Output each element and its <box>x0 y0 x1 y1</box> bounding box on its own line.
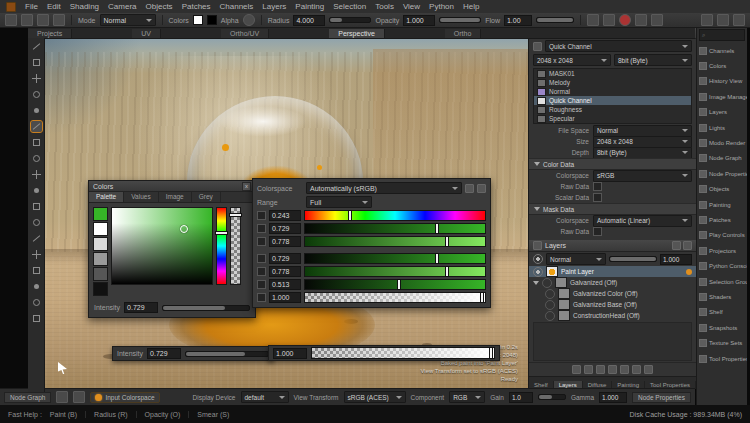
channel-row[interactable]: Melody <box>534 78 691 87</box>
settings-gear-icon[interactable] <box>733 14 745 26</box>
dock-item-colors[interactable]: Colors <box>697 58 747 73</box>
alpha-strip[interactable] <box>230 207 241 285</box>
channel-colorspace-dropdown[interactable]: sRGB <box>593 170 692 182</box>
blue-gradient-slider[interactable] <box>304 279 486 290</box>
slerp-tool-icon[interactable] <box>31 281 42 292</box>
mask-data-section[interactable]: Mask Data <box>529 203 696 215</box>
blend-mode-dropdown[interactable]: Normal <box>546 253 606 265</box>
dock-item-objects[interactable]: Objects <box>697 182 747 197</box>
red-channel-checkbox[interactable] <box>257 254 266 263</box>
value-channel-checkbox[interactable] <box>257 237 266 246</box>
channel-menu-icon[interactable] <box>533 42 542 51</box>
color-swatch[interactable] <box>93 282 108 296</box>
dock-item-modo-render[interactable]: Modo Render <box>697 135 747 150</box>
strip-alpha-slider[interactable] <box>311 347 495 359</box>
swap-icon[interactable] <box>465 184 474 193</box>
colorspace-dropdown[interactable]: Automatically (sRGB) <box>306 182 462 194</box>
opacity-slider[interactable] <box>439 17 481 23</box>
save-project-icon[interactable] <box>37 14 49 26</box>
green-channel-checkbox[interactable] <box>257 267 266 276</box>
blue-value-field[interactable]: 0.513 <box>269 279 301 290</box>
paint-brush-tool-icon[interactable] <box>31 121 42 132</box>
red-gradient-slider[interactable] <box>304 253 486 264</box>
hue-gradient-slider[interactable] <box>304 210 486 221</box>
blue-channel-checkbox[interactable] <box>257 280 266 289</box>
clone-stamp-tool-icon[interactable] <box>31 153 42 164</box>
menu-layers[interactable]: Layers <box>262 2 286 11</box>
tab-uv[interactable]: UV <box>132 29 161 38</box>
menu-python[interactable]: Python <box>429 2 454 11</box>
tab-values[interactable]: Values <box>124 192 158 202</box>
eye-icon[interactable] <box>533 267 543 277</box>
layer-row-galvanized[interactable]: Galvanized (Off) <box>529 277 696 288</box>
flow-slider[interactable] <box>536 17 574 23</box>
hue-value-field[interactable]: 0.243 <box>269 210 301 221</box>
add-group-icon[interactable] <box>584 365 593 374</box>
gamma-field[interactable]: 1.000 <box>599 392 627 403</box>
gain-slider[interactable] <box>538 394 566 400</box>
dock-item-selection-groups[interactable]: Selection Groups <box>697 274 747 289</box>
hue-channel-checkbox[interactable] <box>257 211 266 220</box>
dock-item-play-controls[interactable]: Play Controls <box>697 228 747 243</box>
pin-tool-icon[interactable] <box>31 313 42 324</box>
text-tool-icon[interactable] <box>31 297 42 308</box>
node-properties-tab[interactable]: Node Properties <box>632 392 691 403</box>
view-transform-dropdown[interactable]: sRGB (ACES) <box>344 391 406 403</box>
dock-item-lights[interactable]: Lights <box>697 120 747 135</box>
menu-shading[interactable]: Shading <box>70 2 99 11</box>
dock-item-painting[interactable]: Painting <box>697 197 747 212</box>
alpha-channel-checkbox[interactable] <box>257 293 266 302</box>
tab-image[interactable]: Image <box>159 192 192 202</box>
foreground-color-swatch[interactable] <box>193 15 203 25</box>
lighting-icon[interactable] <box>635 14 647 26</box>
zoom-tool-icon[interactable] <box>31 89 42 100</box>
blur-tool-icon[interactable] <box>31 169 42 180</box>
menu-selection[interactable]: Selection <box>333 2 366 11</box>
eye-off-icon[interactable] <box>545 300 555 310</box>
dock-item-image-manager[interactable]: Image Manager <box>697 89 747 104</box>
dock-item-channels[interactable]: Channels <box>697 43 747 58</box>
mask-raw-data-checkbox[interactable] <box>593 227 602 236</box>
gradient-tool-icon[interactable] <box>31 201 42 212</box>
range-dropdown[interactable]: Full <box>306 196 372 208</box>
menu-file[interactable]: File <box>25 2 38 11</box>
display-device-dropdown[interactable]: default <box>241 391 289 403</box>
color-swatch[interactable] <box>93 207 108 221</box>
frame-all-icon[interactable] <box>73 391 85 403</box>
layer-opacity-slider[interactable] <box>609 256 657 262</box>
strip-alpha-field[interactable]: 1.000 <box>273 348 307 359</box>
current-channel-dropdown[interactable]: Quick Channel <box>545 40 692 52</box>
channel-row[interactable]: Specular <box>534 114 691 123</box>
transform-tool-icon[interactable] <box>31 73 42 84</box>
alpha-value-field[interactable]: 1.000 <box>269 292 301 303</box>
wireframe-icon[interactable] <box>651 14 663 26</box>
dock-item-node-properties[interactable]: Node Properties <box>697 166 747 181</box>
raw-data-checkbox[interactable] <box>593 182 602 191</box>
channel-row[interactable]: MASK01 <box>534 69 691 78</box>
tab-palette[interactable]: Palette <box>89 192 124 202</box>
palette-toggle-icon[interactable] <box>701 14 713 26</box>
tab-grey[interactable]: Grey <box>192 192 221 202</box>
color-data-section[interactable]: Color Data <box>529 158 696 170</box>
strip-intensity-slider[interactable] <box>185 351 269 357</box>
channel-row-selected[interactable]: Quick Channel <box>534 96 691 105</box>
dock-item-python-console[interactable]: Python Console <box>697 258 747 273</box>
add-adjustment-icon[interactable] <box>596 365 605 374</box>
tab-projects[interactable]: Projects <box>28 29 72 38</box>
layer-visibility-icon[interactable] <box>533 254 543 264</box>
value-value-field[interactable]: 0.778 <box>269 236 301 247</box>
saturation-value-field[interactable]: 0.729 <box>269 223 301 234</box>
channel-size-dropdown[interactable]: 2048 x 2048 <box>533 54 611 66</box>
menu-patches[interactable]: Patches <box>182 2 211 11</box>
gain-field[interactable]: 1.0 <box>509 392 533 403</box>
open-project-icon[interactable] <box>21 14 33 26</box>
symmetry-icon[interactable] <box>587 14 599 26</box>
dock-item-node-graph[interactable]: Node Graph <box>697 151 747 166</box>
paint-mode-dropdown[interactable]: Normal <box>100 14 156 26</box>
saturation-value-picker[interactable] <box>111 207 213 285</box>
color-swatch[interactable] <box>93 252 108 266</box>
menu-painting[interactable]: Painting <box>295 2 324 11</box>
eraser-tool-icon[interactable] <box>31 137 42 148</box>
vector-paint-tool-icon[interactable] <box>31 249 42 260</box>
add-layer-icon[interactable] <box>572 365 581 374</box>
